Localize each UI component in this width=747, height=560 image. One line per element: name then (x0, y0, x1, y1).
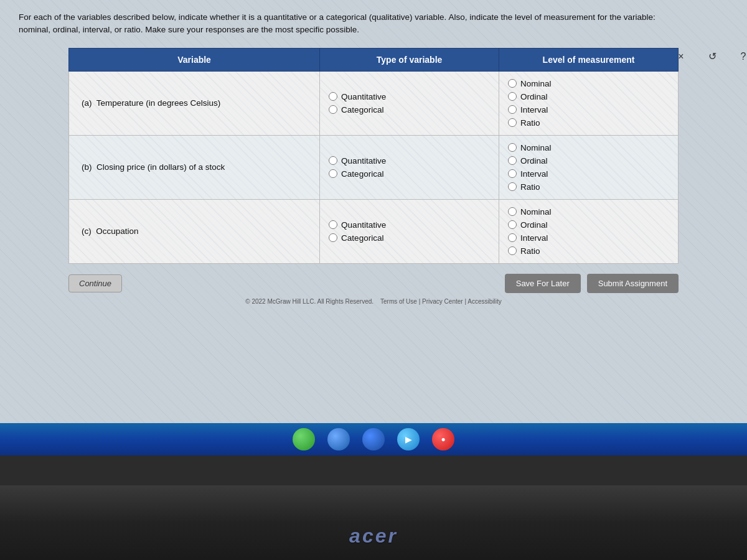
footer-links: Terms of Use | Privacy Center | Accessib… (380, 298, 502, 305)
variable-c: (c) Occupation (69, 199, 320, 263)
continue-button[interactable]: Continue (68, 274, 122, 292)
radio-input-interval-a[interactable] (508, 105, 517, 114)
radio-nominal-c[interactable]: Nominal (508, 207, 669, 217)
table-row: (a) Temperature (in degrees Celsius) Qua… (69, 71, 679, 135)
radio-input-nominal-c[interactable] (508, 207, 517, 216)
type-options-b: Quantitative Categorical (320, 135, 499, 199)
table-row: (c) Occupation Quantitative Categ (69, 199, 679, 263)
instructions-text: For each of the variables described belo… (19, 11, 672, 37)
radio-input-ordinal-b[interactable] (508, 156, 517, 165)
radio-label-ratio-c: Ratio (520, 246, 540, 256)
radio-categorical-c[interactable]: Categorical (329, 233, 490, 243)
radio-input-ratio-b[interactable] (508, 182, 517, 191)
copyright-text: © 2022 McGraw Hill LLC. All Rights Reser… (245, 298, 374, 305)
radio-input-quantitative-b[interactable] (329, 156, 337, 165)
radio-label-ratio-a: Ratio (520, 118, 540, 128)
radio-label-categorical-c: Categorical (341, 233, 383, 243)
radio-label-nominal-b: Nominal (520, 143, 552, 152)
radio-input-ordinal-c[interactable] (508, 220, 517, 229)
radio-input-ratio-c[interactable] (508, 246, 517, 255)
radio-label-interval-c: Interval (520, 233, 548, 243)
right-buttons: Save For Later Submit Assignment (505, 274, 679, 293)
radio-ratio-a[interactable]: Ratio (508, 118, 669, 128)
radio-label-ratio-b: Ratio (520, 182, 540, 192)
header-type: Type of variable (320, 48, 499, 71)
radio-quantitative-a[interactable]: Quantitative (329, 92, 490, 101)
radio-label-nominal-a: Nominal (520, 79, 552, 88)
radio-interval-a[interactable]: Interval (508, 105, 669, 114)
radio-label-quantitative-c: Quantitative (341, 220, 386, 230)
radio-ordinal-a[interactable]: Ordinal (508, 92, 669, 101)
taskbar-icon-5[interactable]: ● (432, 428, 454, 450)
table-row: (b) Closing price (in dollars) of a stoc… (69, 135, 679, 199)
radio-label-quantitative-b: Quantitative (341, 156, 386, 166)
acer-logo: acer (349, 525, 398, 548)
radio-input-categorical-b[interactable] (329, 169, 337, 178)
radio-label-quantitative-a: Quantitative (341, 92, 386, 101)
radio-label-categorical-a: Categorical (341, 105, 383, 114)
radio-label-ordinal-a: Ordinal (520, 92, 548, 101)
radio-ratio-b[interactable]: Ratio (508, 182, 669, 192)
variable-a: (a) Temperature (in degrees Celsius) (69, 71, 320, 135)
help-button[interactable]: ? (733, 47, 747, 67)
radio-ordinal-b[interactable]: Ordinal (508, 156, 669, 166)
footer: © 2022 McGraw Hill LLC. All Rights Reser… (19, 298, 728, 305)
radio-input-quantitative-c[interactable] (329, 220, 337, 229)
radio-input-interval-b[interactable] (508, 169, 517, 178)
radio-input-ratio-a[interactable] (508, 118, 517, 127)
radio-interval-b[interactable]: Interval (508, 169, 669, 179)
undo-button[interactable]: ↺ (702, 47, 722, 67)
radio-label-ordinal-b: Ordinal (520, 156, 548, 166)
radio-input-quantitative-a[interactable] (329, 92, 337, 101)
radio-input-nominal-b[interactable] (508, 143, 517, 152)
level-options-b: Nominal Ordinal Interval (499, 135, 679, 199)
taskbar-icon-2[interactable] (327, 428, 350, 450)
level-options-c: Nominal Ordinal Interval (499, 199, 679, 263)
radio-categorical-a[interactable]: Categorical (329, 105, 490, 114)
radio-label-categorical-b: Categorical (341, 169, 383, 179)
radio-label-interval-b: Interval (520, 169, 548, 179)
submit-assignment-button[interactable]: Submit Assignment (587, 274, 679, 293)
table-controls: × ↺ ? (671, 47, 747, 67)
level-options-a: Nominal Ordinal Interval (499, 71, 679, 135)
radio-label-interval-a: Interval (520, 105, 548, 114)
taskbar-icon-4[interactable]: ▶ (397, 428, 420, 450)
radio-label-ordinal-c: Ordinal (520, 220, 548, 230)
variable-b: (b) Closing price (in dollars) of a stoc… (69, 135, 320, 199)
radio-input-ordinal-a[interactable] (508, 92, 517, 101)
header-variable: Variable (69, 48, 320, 71)
radio-nominal-b[interactable]: Nominal (508, 143, 669, 152)
type-options-a: Quantitative Categorical (320, 71, 499, 135)
radio-label-nominal-c: Nominal (520, 207, 552, 217)
radio-ratio-c[interactable]: Ratio (508, 246, 669, 256)
radio-ordinal-c[interactable]: Ordinal (508, 220, 669, 230)
save-for-later-button[interactable]: Save For Later (505, 274, 581, 293)
close-button[interactable]: × (671, 47, 691, 67)
radio-categorical-b[interactable]: Categorical (329, 169, 490, 179)
radio-interval-c[interactable]: Interval (508, 233, 669, 243)
radio-input-nominal-a[interactable] (508, 79, 517, 88)
radio-input-interval-c[interactable] (508, 233, 517, 242)
radio-input-categorical-c[interactable] (329, 233, 337, 242)
radio-nominal-a[interactable]: Nominal (508, 79, 669, 88)
header-level: Level of measurement (499, 48, 679, 71)
taskbar-icon-1[interactable] (293, 428, 315, 450)
taskbar-icon-3[interactable] (362, 428, 385, 450)
taskbar: ▶ ● (0, 423, 747, 455)
radio-quantitative-c[interactable]: Quantitative (329, 220, 490, 230)
main-table: Variable Type of variable Level of measu… (68, 48, 679, 264)
radio-input-categorical-a[interactable] (329, 105, 337, 114)
radio-quantitative-b[interactable]: Quantitative (329, 156, 490, 166)
type-options-c: Quantitative Categorical (320, 199, 499, 263)
